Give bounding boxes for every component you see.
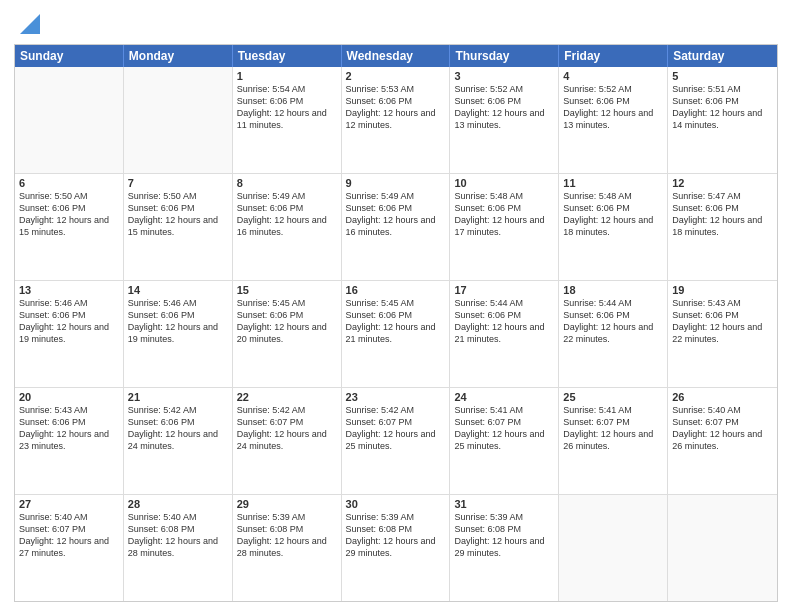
- day-cell-26: 26Sunrise: 5:40 AMSunset: 6:07 PMDayligh…: [668, 388, 777, 494]
- calendar-body: 1Sunrise: 5:54 AMSunset: 6:06 PMDaylight…: [15, 67, 777, 601]
- day-details: Sunrise: 5:40 AMSunset: 6:07 PMDaylight:…: [672, 404, 773, 453]
- day-number: 9: [346, 177, 446, 189]
- day-details: Sunrise: 5:47 AMSunset: 6:06 PMDaylight:…: [672, 190, 773, 239]
- day-number: 19: [672, 284, 773, 296]
- day-details: Sunrise: 5:45 AMSunset: 6:06 PMDaylight:…: [346, 297, 446, 346]
- day-cell-28: 28Sunrise: 5:40 AMSunset: 6:08 PMDayligh…: [124, 495, 233, 601]
- page: SundayMondayTuesdayWednesdayThursdayFrid…: [0, 0, 792, 612]
- day-number: 20: [19, 391, 119, 403]
- day-cell-19: 19Sunrise: 5:43 AMSunset: 6:06 PMDayligh…: [668, 281, 777, 387]
- day-header-wednesday: Wednesday: [342, 45, 451, 67]
- day-number: 27: [19, 498, 119, 510]
- day-cell-17: 17Sunrise: 5:44 AMSunset: 6:06 PMDayligh…: [450, 281, 559, 387]
- day-number: 4: [563, 70, 663, 82]
- calendar-header-row: SundayMondayTuesdayWednesdayThursdayFrid…: [15, 45, 777, 67]
- day-details: Sunrise: 5:46 AMSunset: 6:06 PMDaylight:…: [19, 297, 119, 346]
- calendar-row-4: 20Sunrise: 5:43 AMSunset: 6:06 PMDayligh…: [15, 387, 777, 494]
- day-details: Sunrise: 5:40 AMSunset: 6:07 PMDaylight:…: [19, 511, 119, 560]
- day-cell-1: 1Sunrise: 5:54 AMSunset: 6:06 PMDaylight…: [233, 67, 342, 173]
- day-number: 11: [563, 177, 663, 189]
- day-details: Sunrise: 5:42 AMSunset: 6:06 PMDaylight:…: [128, 404, 228, 453]
- day-number: 3: [454, 70, 554, 82]
- day-details: Sunrise: 5:49 AMSunset: 6:06 PMDaylight:…: [237, 190, 337, 239]
- day-number: 21: [128, 391, 228, 403]
- empty-cell: [559, 495, 668, 601]
- day-details: Sunrise: 5:53 AMSunset: 6:06 PMDaylight:…: [346, 83, 446, 132]
- day-number: 1: [237, 70, 337, 82]
- day-cell-5: 5Sunrise: 5:51 AMSunset: 6:06 PMDaylight…: [668, 67, 777, 173]
- day-number: 25: [563, 391, 663, 403]
- day-details: Sunrise: 5:49 AMSunset: 6:06 PMDaylight:…: [346, 190, 446, 239]
- calendar-row-3: 13Sunrise: 5:46 AMSunset: 6:06 PMDayligh…: [15, 280, 777, 387]
- day-number: 8: [237, 177, 337, 189]
- day-number: 18: [563, 284, 663, 296]
- day-details: Sunrise: 5:45 AMSunset: 6:06 PMDaylight:…: [237, 297, 337, 346]
- day-number: 10: [454, 177, 554, 189]
- day-number: 30: [346, 498, 446, 510]
- day-cell-12: 12Sunrise: 5:47 AMSunset: 6:06 PMDayligh…: [668, 174, 777, 280]
- day-cell-27: 27Sunrise: 5:40 AMSunset: 6:07 PMDayligh…: [15, 495, 124, 601]
- day-details: Sunrise: 5:52 AMSunset: 6:06 PMDaylight:…: [563, 83, 663, 132]
- day-details: Sunrise: 5:41 AMSunset: 6:07 PMDaylight:…: [454, 404, 554, 453]
- day-header-saturday: Saturday: [668, 45, 777, 67]
- empty-cell: [668, 495, 777, 601]
- day-number: 12: [672, 177, 773, 189]
- day-cell-18: 18Sunrise: 5:44 AMSunset: 6:06 PMDayligh…: [559, 281, 668, 387]
- day-details: Sunrise: 5:42 AMSunset: 6:07 PMDaylight:…: [237, 404, 337, 453]
- day-details: Sunrise: 5:48 AMSunset: 6:06 PMDaylight:…: [454, 190, 554, 239]
- calendar-row-2: 6Sunrise: 5:50 AMSunset: 6:06 PMDaylight…: [15, 173, 777, 280]
- day-details: Sunrise: 5:40 AMSunset: 6:08 PMDaylight:…: [128, 511, 228, 560]
- day-cell-29: 29Sunrise: 5:39 AMSunset: 6:08 PMDayligh…: [233, 495, 342, 601]
- calendar-row-1: 1Sunrise: 5:54 AMSunset: 6:06 PMDaylight…: [15, 67, 777, 173]
- day-details: Sunrise: 5:50 AMSunset: 6:06 PMDaylight:…: [128, 190, 228, 239]
- day-number: 29: [237, 498, 337, 510]
- day-number: 31: [454, 498, 554, 510]
- day-number: 6: [19, 177, 119, 189]
- day-cell-8: 8Sunrise: 5:49 AMSunset: 6:06 PMDaylight…: [233, 174, 342, 280]
- day-details: Sunrise: 5:41 AMSunset: 6:07 PMDaylight:…: [563, 404, 663, 453]
- day-header-monday: Monday: [124, 45, 233, 67]
- day-cell-24: 24Sunrise: 5:41 AMSunset: 6:07 PMDayligh…: [450, 388, 559, 494]
- svg-marker-0: [20, 14, 40, 34]
- day-cell-9: 9Sunrise: 5:49 AMSunset: 6:06 PMDaylight…: [342, 174, 451, 280]
- empty-cell: [15, 67, 124, 173]
- day-details: Sunrise: 5:44 AMSunset: 6:06 PMDaylight:…: [563, 297, 663, 346]
- day-details: Sunrise: 5:43 AMSunset: 6:06 PMDaylight:…: [672, 297, 773, 346]
- day-cell-13: 13Sunrise: 5:46 AMSunset: 6:06 PMDayligh…: [15, 281, 124, 387]
- day-details: Sunrise: 5:52 AMSunset: 6:06 PMDaylight:…: [454, 83, 554, 132]
- day-cell-22: 22Sunrise: 5:42 AMSunset: 6:07 PMDayligh…: [233, 388, 342, 494]
- calendar: SundayMondayTuesdayWednesdayThursdayFrid…: [14, 44, 778, 602]
- day-cell-11: 11Sunrise: 5:48 AMSunset: 6:06 PMDayligh…: [559, 174, 668, 280]
- day-details: Sunrise: 5:44 AMSunset: 6:06 PMDaylight:…: [454, 297, 554, 346]
- day-details: Sunrise: 5:46 AMSunset: 6:06 PMDaylight:…: [128, 297, 228, 346]
- day-details: Sunrise: 5:43 AMSunset: 6:06 PMDaylight:…: [19, 404, 119, 453]
- day-cell-2: 2Sunrise: 5:53 AMSunset: 6:06 PMDaylight…: [342, 67, 451, 173]
- day-cell-31: 31Sunrise: 5:39 AMSunset: 6:08 PMDayligh…: [450, 495, 559, 601]
- day-details: Sunrise: 5:50 AMSunset: 6:06 PMDaylight:…: [19, 190, 119, 239]
- day-details: Sunrise: 5:48 AMSunset: 6:06 PMDaylight:…: [563, 190, 663, 239]
- day-cell-15: 15Sunrise: 5:45 AMSunset: 6:06 PMDayligh…: [233, 281, 342, 387]
- day-number: 26: [672, 391, 773, 403]
- header: [14, 10, 778, 38]
- day-details: Sunrise: 5:39 AMSunset: 6:08 PMDaylight:…: [237, 511, 337, 560]
- day-number: 22: [237, 391, 337, 403]
- day-number: 2: [346, 70, 446, 82]
- day-number: 28: [128, 498, 228, 510]
- day-number: 16: [346, 284, 446, 296]
- day-cell-30: 30Sunrise: 5:39 AMSunset: 6:08 PMDayligh…: [342, 495, 451, 601]
- day-cell-23: 23Sunrise: 5:42 AMSunset: 6:07 PMDayligh…: [342, 388, 451, 494]
- day-number: 15: [237, 284, 337, 296]
- day-number: 5: [672, 70, 773, 82]
- logo-icon: [16, 10, 44, 38]
- day-number: 24: [454, 391, 554, 403]
- calendar-row-5: 27Sunrise: 5:40 AMSunset: 6:07 PMDayligh…: [15, 494, 777, 601]
- logo: [14, 10, 44, 38]
- day-header-thursday: Thursday: [450, 45, 559, 67]
- day-details: Sunrise: 5:39 AMSunset: 6:08 PMDaylight:…: [346, 511, 446, 560]
- day-number: 7: [128, 177, 228, 189]
- day-header-friday: Friday: [559, 45, 668, 67]
- day-details: Sunrise: 5:54 AMSunset: 6:06 PMDaylight:…: [237, 83, 337, 132]
- day-cell-10: 10Sunrise: 5:48 AMSunset: 6:06 PMDayligh…: [450, 174, 559, 280]
- day-cell-4: 4Sunrise: 5:52 AMSunset: 6:06 PMDaylight…: [559, 67, 668, 173]
- day-header-sunday: Sunday: [15, 45, 124, 67]
